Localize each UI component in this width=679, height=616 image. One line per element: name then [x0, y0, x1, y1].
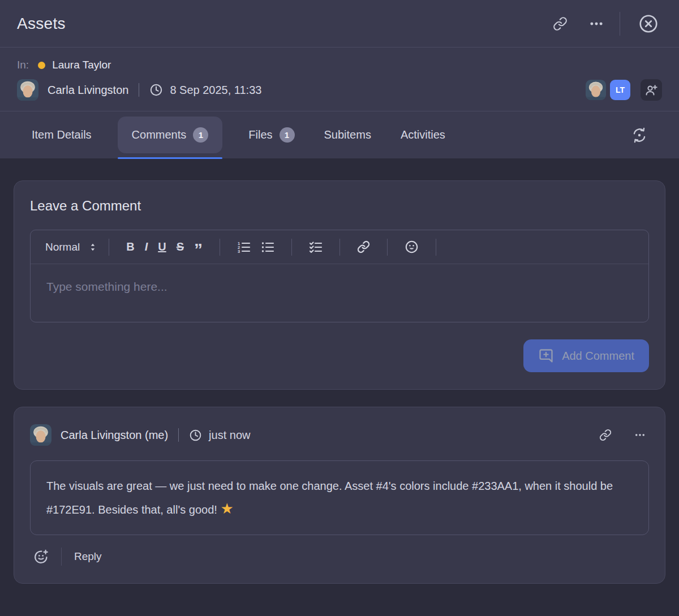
add-comment-button[interactable]: Add Comment [523, 339, 649, 372]
tab-label: Item Details [32, 128, 92, 141]
close-icon [638, 14, 659, 34]
avatar [30, 424, 51, 446]
in-label: In: [17, 59, 29, 71]
tab-bar: Item Details Comments 1 Files 1 Subitems… [0, 111, 679, 158]
leave-comment-card: Leave a Comment Normal B I U S ” 1 [14, 180, 665, 390]
ordered-list-icon: 123 [237, 240, 251, 254]
toolbar-divider [387, 239, 388, 256]
checklist-icon [309, 240, 323, 254]
clock-icon [149, 83, 163, 97]
assignee-initials-badge[interactable]: LT [610, 80, 630, 100]
comment-input-placeholder: Type something here... [46, 280, 167, 293]
smiley-plus-icon [33, 549, 49, 564]
emoji-button[interactable] [399, 238, 424, 256]
copy-link-button[interactable] [549, 13, 571, 35]
chevron-up-down-icon [89, 243, 97, 252]
meta-separator [139, 83, 139, 97]
italic-button[interactable]: I [140, 238, 153, 256]
blockquote-button[interactable]: ” [189, 239, 208, 256]
comments-panel: Leave a Comment Normal B I U S ” 1 [0, 158, 679, 584]
comment-more-button[interactable] [631, 426, 649, 444]
comment-author[interactable]: Carla Livingston (me) [61, 429, 168, 442]
add-comment-label: Add Comment [562, 350, 634, 363]
author-row: Carla Livingston 8 Sep 2025, 11:33 LT [17, 79, 662, 101]
comment-editor: Normal B I U S ” 123 [30, 230, 649, 322]
insert-link-button[interactable] [352, 238, 375, 256]
ellipsis-icon [634, 429, 646, 441]
tab-subitems[interactable]: Subitems [321, 128, 375, 141]
bold-button[interactable]: B [121, 238, 139, 256]
sync-icon [631, 127, 647, 143]
panel-header: Assets [0, 0, 679, 48]
comment-footer: Reply [30, 546, 649, 566]
toolbar-divider [436, 239, 436, 256]
tab-activities[interactable]: Activities [397, 128, 449, 141]
tab-label: Files [248, 128, 272, 141]
checklist-button[interactable] [304, 238, 328, 256]
item-meta-section: In: Laura Taylor Carla Livingston 8 Sep … [0, 48, 679, 111]
author-name[interactable]: Carla Livingston [48, 84, 128, 97]
format-selector-value: Normal [45, 241, 80, 253]
comment-plus-icon [538, 348, 554, 364]
tab-files[interactable]: Files 1 [245, 127, 298, 143]
comment-actions [596, 425, 649, 445]
ellipsis-icon [589, 16, 604, 31]
comment-card: Carla Livingston (me) just now [14, 407, 665, 584]
avatar [17, 79, 38, 101]
tab-label: Subitems [324, 128, 371, 141]
link-icon [599, 429, 612, 441]
comment-header: Carla Livingston (me) just now [30, 424, 649, 446]
close-panel-button[interactable] [635, 10, 662, 37]
assignees: LT [586, 79, 662, 101]
assignee-avatar[interactable] [586, 80, 606, 100]
user-plus-icon [644, 83, 658, 97]
header-divider [620, 12, 620, 36]
editor-toolbar: Normal B I U S ” 123 [31, 230, 648, 264]
tab-comments[interactable]: Comments 1 [118, 117, 223, 153]
bullet-list-button[interactable] [256, 238, 280, 256]
tab-label: Activities [401, 128, 445, 141]
copy-comment-link-button[interactable] [596, 425, 615, 445]
star-emoji: ★ [220, 500, 233, 517]
comments-count-badge: 1 [193, 127, 208, 143]
toolbar-divider [220, 239, 220, 256]
editor-actions: Add Comment [30, 339, 649, 372]
comment-input[interactable]: Type something here... [31, 264, 648, 322]
tab-item-details[interactable]: Item Details [28, 128, 95, 141]
link-icon [553, 16, 568, 31]
add-person-button[interactable] [641, 79, 662, 101]
underline-button[interactable]: U [153, 238, 171, 256]
item-timestamp: 8 Sep 2025, 11:33 [170, 84, 261, 97]
comment-body: The visuals are great — we just need to … [30, 460, 649, 535]
page-title: Assets [17, 15, 66, 33]
group-name-link[interactable]: Laura Taylor [52, 59, 111, 71]
svg-text:3: 3 [238, 248, 240, 253]
footer-divider [61, 548, 62, 566]
files-count-badge: 1 [280, 127, 295, 143]
emoji-icon [405, 240, 419, 254]
add-reaction-button[interactable] [30, 546, 52, 566]
ordered-list-button[interactable]: 123 [232, 238, 256, 256]
more-options-button[interactable] [586, 13, 607, 35]
format-selector[interactable]: Normal [45, 241, 97, 253]
clock-icon [189, 429, 202, 442]
sync-button[interactable] [628, 124, 651, 147]
toolbar-divider [340, 239, 340, 256]
header-actions [549, 10, 662, 37]
strikethrough-button[interactable]: S [171, 238, 189, 256]
parent-row: In: Laura Taylor [17, 59, 662, 71]
toolbar-divider [109, 239, 109, 256]
group-status-dot [38, 62, 45, 69]
tab-label: Comments [132, 128, 187, 141]
comment-timestamp: just now [209, 429, 250, 442]
reply-button[interactable]: Reply [74, 550, 102, 563]
bullet-list-icon [261, 240, 274, 254]
meta-separator [178, 428, 179, 442]
comment-text: The visuals are great — we just need to … [46, 480, 613, 516]
leave-comment-title: Leave a Comment [30, 198, 649, 214]
link-icon [357, 240, 370, 253]
toolbar-divider [291, 239, 292, 256]
